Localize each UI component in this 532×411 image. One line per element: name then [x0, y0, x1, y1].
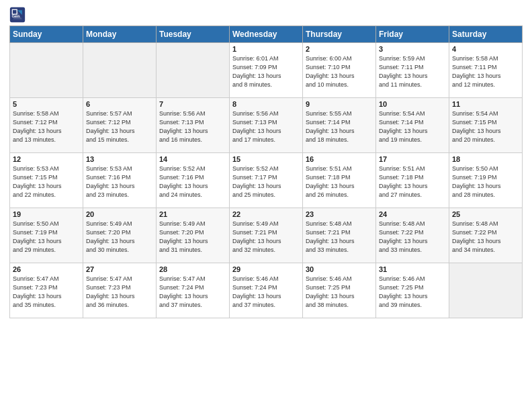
calendar-cell: 18Sunrise: 5:50 AM Sunset: 7:19 PM Dayli… [449, 153, 523, 208]
calendar-cell: 19Sunrise: 5:50 AM Sunset: 7:19 PM Dayli… [10, 208, 83, 263]
day-number: 21 [159, 210, 226, 218]
day-detail: Sunrise: 5:47 AM Sunset: 7:23 PM Dayligh… [86, 275, 153, 310]
calendar-cell: 12Sunrise: 5:53 AM Sunset: 7:15 PM Dayli… [10, 153, 83, 208]
calendar-cell [83, 43, 157, 98]
calendar-cell: 28Sunrise: 5:47 AM Sunset: 7:24 PM Dayli… [157, 263, 230, 318]
calendar-cell [157, 43, 230, 98]
day-number: 12 [13, 155, 80, 163]
day-detail: Sunrise: 5:49 AM Sunset: 7:20 PM Dayligh… [86, 220, 153, 255]
day-detail: Sunrise: 5:49 AM Sunset: 7:20 PM Dayligh… [159, 220, 226, 255]
day-number: 20 [86, 210, 153, 218]
weekday-header-thursday: Thursday [303, 26, 376, 43]
calendar-cell: 29Sunrise: 5:46 AM Sunset: 7:24 PM Dayli… [230, 263, 303, 318]
day-detail: Sunrise: 5:53 AM Sunset: 7:16 PM Dayligh… [86, 165, 153, 199]
day-detail: Sunrise: 5:48 AM Sunset: 7:22 PM Dayligh… [452, 220, 519, 255]
day-number: 1 [232, 45, 300, 53]
day-number: 7 [159, 100, 226, 108]
calendar-cell: 17Sunrise: 5:51 AM Sunset: 7:18 PM Dayli… [376, 153, 449, 208]
day-number: 19 [13, 210, 80, 218]
day-detail: Sunrise: 5:53 AM Sunset: 7:15 PM Dayligh… [13, 165, 80, 199]
calendar-cell [449, 263, 523, 318]
day-detail: Sunrise: 5:46 AM Sunset: 7:24 PM Dayligh… [232, 275, 300, 310]
day-number: 23 [306, 210, 373, 218]
day-detail: Sunrise: 5:55 AM Sunset: 7:14 PM Dayligh… [306, 109, 373, 144]
calendar-cell: 6Sunrise: 5:57 AM Sunset: 7:12 PM Daylig… [83, 98, 157, 153]
calendar-body: 1Sunrise: 6:01 AM Sunset: 7:09 PM Daylig… [10, 43, 523, 318]
day-number: 25 [452, 210, 519, 218]
calendar-cell: 31Sunrise: 5:46 AM Sunset: 7:25 PM Dayli… [376, 263, 449, 318]
day-detail: Sunrise: 5:47 AM Sunset: 7:24 PM Dayligh… [159, 275, 226, 310]
day-detail: Sunrise: 5:48 AM Sunset: 7:21 PM Dayligh… [306, 220, 373, 255]
calendar-cell: 24Sunrise: 5:48 AM Sunset: 7:22 PM Dayli… [376, 208, 449, 263]
day-detail: Sunrise: 5:47 AM Sunset: 7:23 PM Dayligh… [13, 275, 80, 310]
day-number: 28 [159, 265, 226, 273]
calendar-cell: 8Sunrise: 5:56 AM Sunset: 7:13 PM Daylig… [230, 98, 303, 153]
day-number: 22 [232, 210, 300, 218]
svg-text:Gen: Gen [11, 14, 19, 18]
day-number: 16 [306, 155, 373, 163]
logo: Gen [9, 7, 28, 23]
calendar-table: SundayMondayTuesdayWednesdayThursdayFrid… [9, 26, 523, 318]
day-number: 14 [159, 155, 226, 163]
calendar-cell: 26Sunrise: 5:47 AM Sunset: 7:23 PM Dayli… [10, 263, 83, 318]
page-container: Gen SundayMondayTuesdayWednesdayThursday… [0, 0, 532, 325]
day-detail: Sunrise: 5:59 AM Sunset: 7:11 PM Dayligh… [379, 54, 446, 89]
day-detail: Sunrise: 6:01 AM Sunset: 7:09 PM Dayligh… [232, 54, 300, 89]
calendar-week-4: 19Sunrise: 5:50 AM Sunset: 7:19 PM Dayli… [10, 208, 523, 263]
calendar-cell: 30Sunrise: 5:46 AM Sunset: 7:25 PM Dayli… [303, 263, 376, 318]
weekday-header-wednesday: Wednesday [230, 26, 303, 43]
calendar-cell: 4Sunrise: 5:58 AM Sunset: 7:11 PM Daylig… [449, 43, 523, 98]
calendar-cell: 20Sunrise: 5:49 AM Sunset: 7:20 PM Dayli… [83, 208, 157, 263]
day-detail: Sunrise: 5:54 AM Sunset: 7:15 PM Dayligh… [452, 109, 519, 144]
calendar-cell: 3Sunrise: 5:59 AM Sunset: 7:11 PM Daylig… [376, 43, 449, 98]
day-detail: Sunrise: 5:56 AM Sunset: 7:13 PM Dayligh… [159, 109, 226, 144]
day-number: 8 [232, 100, 300, 108]
calendar-cell: 1Sunrise: 6:01 AM Sunset: 7:09 PM Daylig… [230, 43, 303, 98]
calendar-cell: 27Sunrise: 5:47 AM Sunset: 7:23 PM Dayli… [83, 263, 157, 318]
day-detail: Sunrise: 5:52 AM Sunset: 7:16 PM Dayligh… [159, 165, 226, 199]
day-detail: Sunrise: 5:50 AM Sunset: 7:19 PM Dayligh… [452, 165, 519, 199]
day-detail: Sunrise: 5:56 AM Sunset: 7:13 PM Dayligh… [232, 109, 300, 144]
day-number: 27 [86, 265, 153, 273]
calendar-cell: 9Sunrise: 5:55 AM Sunset: 7:14 PM Daylig… [303, 98, 376, 153]
day-detail: Sunrise: 5:52 AM Sunset: 7:17 PM Dayligh… [232, 165, 300, 199]
day-number: 29 [232, 265, 300, 273]
calendar-cell: 10Sunrise: 5:54 AM Sunset: 7:14 PM Dayli… [376, 98, 449, 153]
day-number: 18 [452, 155, 519, 163]
calendar-cell: 2Sunrise: 6:00 AM Sunset: 7:10 PM Daylig… [303, 43, 376, 98]
day-detail: Sunrise: 5:48 AM Sunset: 7:22 PM Dayligh… [379, 220, 446, 255]
day-detail: Sunrise: 5:51 AM Sunset: 7:18 PM Dayligh… [306, 165, 373, 199]
weekday-header-tuesday: Tuesday [157, 26, 230, 43]
calendar-cell: 7Sunrise: 5:56 AM Sunset: 7:13 PM Daylig… [157, 98, 230, 153]
day-number: 6 [86, 100, 153, 108]
day-number: 5 [13, 100, 80, 108]
weekday-header-friday: Friday [376, 26, 449, 43]
calendar-week-3: 12Sunrise: 5:53 AM Sunset: 7:15 PM Dayli… [10, 153, 523, 208]
day-detail: Sunrise: 5:57 AM Sunset: 7:12 PM Dayligh… [86, 109, 153, 144]
day-number: 13 [86, 155, 153, 163]
day-detail: Sunrise: 5:54 AM Sunset: 7:14 PM Dayligh… [379, 109, 446, 144]
calendar-cell [10, 43, 83, 98]
calendar-cell: 21Sunrise: 5:49 AM Sunset: 7:20 PM Dayli… [157, 208, 230, 263]
calendar-cell: 23Sunrise: 5:48 AM Sunset: 7:21 PM Dayli… [303, 208, 376, 263]
header: Gen [9, 7, 523, 23]
weekday-header-sunday: Sunday [10, 26, 83, 43]
day-number: 24 [379, 210, 446, 218]
logo-icon: Gen [9, 7, 26, 23]
calendar-cell: 13Sunrise: 5:53 AM Sunset: 7:16 PM Dayli… [83, 153, 157, 208]
day-number: 17 [379, 155, 446, 163]
calendar-week-1: 1Sunrise: 6:01 AM Sunset: 7:09 PM Daylig… [10, 43, 523, 98]
day-number: 9 [306, 100, 373, 108]
calendar-cell: 25Sunrise: 5:48 AM Sunset: 7:22 PM Dayli… [449, 208, 523, 263]
calendar-cell: 16Sunrise: 5:51 AM Sunset: 7:18 PM Dayli… [303, 153, 376, 208]
day-number: 31 [379, 265, 446, 273]
calendar-cell: 14Sunrise: 5:52 AM Sunset: 7:16 PM Dayli… [157, 153, 230, 208]
weekday-header-row: SundayMondayTuesdayWednesdayThursdayFrid… [10, 26, 523, 43]
day-detail: Sunrise: 5:51 AM Sunset: 7:18 PM Dayligh… [379, 165, 446, 199]
day-number: 3 [379, 45, 446, 53]
calendar-cell: 15Sunrise: 5:52 AM Sunset: 7:17 PM Dayli… [230, 153, 303, 208]
day-detail: Sunrise: 5:58 AM Sunset: 7:12 PM Dayligh… [13, 109, 80, 144]
day-number: 4 [452, 45, 519, 53]
calendar-week-5: 26Sunrise: 5:47 AM Sunset: 7:23 PM Dayli… [10, 263, 523, 318]
day-number: 11 [452, 100, 519, 108]
